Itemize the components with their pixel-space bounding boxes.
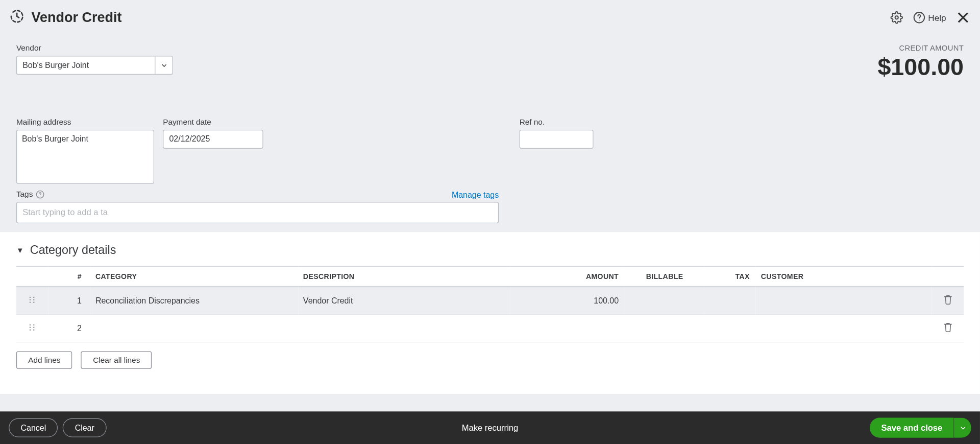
cell-tax[interactable] (704, 287, 756, 315)
chevron-down-icon[interactable] (155, 56, 172, 74)
cell-customer[interactable] (756, 314, 932, 342)
category-details-title: Category details (30, 243, 116, 257)
table-row[interactable]: 1 Reconciliation Discrepancies Vendor Cr… (16, 287, 964, 315)
question-icon[interactable] (36, 190, 44, 199)
trash-icon[interactable] (943, 297, 952, 306)
svg-point-10 (33, 299, 34, 300)
cell-billable[interactable] (625, 314, 704, 342)
make-recurring-link[interactable]: Make recurring (462, 423, 519, 432)
credit-amount-value: $100.00 (877, 54, 964, 82)
svg-point-8 (33, 296, 34, 297)
category-details-toggle[interactable]: ▼ Category details (16, 243, 964, 257)
clear-all-lines-button[interactable]: Clear all lines (81, 351, 152, 368)
history-icon[interactable] (9, 8, 25, 27)
col-customer: CUSTOMER (756, 266, 932, 286)
payment-date-input[interactable] (163, 130, 263, 149)
svg-point-16 (33, 326, 34, 328)
help-button[interactable]: Help (913, 11, 946, 24)
ref-no-input[interactable] (520, 130, 594, 149)
svg-point-18 (33, 329, 34, 330)
payment-date-label: Payment date (163, 118, 263, 126)
tags-label: Tags (16, 190, 33, 199)
mailing-address-label: Mailing address (16, 118, 154, 126)
table-row[interactable]: 2 (16, 314, 964, 342)
svg-point-7 (30, 296, 31, 297)
save-and-close-button[interactable]: Save and close (870, 418, 953, 438)
cell-description[interactable] (298, 314, 510, 342)
cell-category[interactable]: Reconciliation Discrepancies (90, 287, 298, 315)
cell-amount[interactable] (510, 314, 625, 342)
vendor-label: Vendor (16, 44, 173, 53)
svg-point-15 (30, 326, 31, 328)
drag-handle-icon[interactable] (29, 323, 36, 333)
col-billable: BILLABLE (625, 266, 704, 286)
col-amount: AMOUNT (510, 266, 625, 286)
help-label: Help (928, 13, 946, 23)
cancel-button[interactable]: Cancel (9, 418, 58, 437)
col-category: CATEGORY (90, 266, 298, 286)
cell-customer[interactable] (756, 287, 932, 315)
ref-no-label: Ref no. (520, 118, 594, 126)
save-more-button[interactable] (953, 418, 971, 438)
cell-num: 2 (48, 314, 90, 342)
cell-amount[interactable]: 100.00 (510, 287, 625, 315)
mailing-address-input[interactable] (16, 130, 154, 184)
col-delete (932, 266, 964, 286)
col-tax: TAX (704, 266, 756, 286)
trash-icon[interactable] (943, 325, 952, 334)
svg-point-13 (30, 324, 31, 325)
svg-point-0 (895, 16, 898, 19)
settings-icon[interactable] (888, 9, 905, 26)
clear-button[interactable]: Clear (63, 418, 106, 437)
svg-point-9 (30, 299, 31, 300)
col-drag (16, 266, 48, 286)
form-scroll[interactable]: Vendor Bob's Burger Joint CREDIT AMOUNT … (0, 35, 980, 412)
cell-tax[interactable] (704, 314, 756, 342)
svg-point-6 (40, 196, 40, 197)
cell-num: 1 (48, 287, 90, 315)
vendor-value: Bob's Burger Joint (17, 56, 155, 74)
tags-input[interactable] (16, 202, 499, 223)
triangle-down-icon: ▼ (16, 246, 24, 254)
svg-point-12 (33, 301, 34, 302)
close-icon[interactable] (953, 8, 972, 27)
cell-description[interactable]: Vendor Credit (298, 287, 510, 315)
drag-handle-icon[interactable] (29, 296, 36, 305)
svg-point-14 (33, 324, 34, 325)
credit-amount-label: CREDIT AMOUNT (877, 44, 964, 53)
cell-billable[interactable] (625, 287, 704, 315)
manage-tags-link[interactable]: Manage tags (452, 190, 499, 199)
col-description: DESCRIPTION (298, 266, 510, 286)
svg-point-17 (30, 329, 31, 330)
svg-point-11 (30, 301, 31, 302)
page-title: Vendor Credit (31, 9, 121, 26)
vendor-select[interactable]: Bob's Burger Joint (16, 56, 173, 75)
category-table: # CATEGORY DESCRIPTION AMOUNT BILLABLE T… (16, 266, 964, 342)
cell-category[interactable] (90, 314, 298, 342)
add-lines-button[interactable]: Add lines (16, 351, 72, 368)
svg-point-2 (919, 20, 920, 21)
col-num: # (48, 266, 90, 286)
